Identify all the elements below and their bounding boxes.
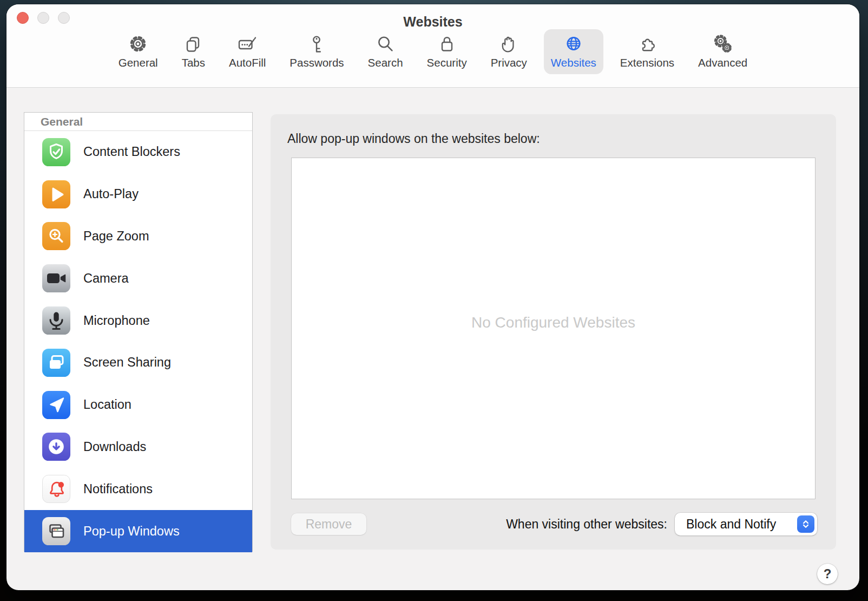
lock-icon <box>436 34 458 55</box>
chevron-up-down-icon <box>797 515 814 533</box>
sidebar-item-camera[interactable]: Camera <box>24 257 252 299</box>
toolbar-tab-advanced[interactable]: Advanced <box>691 29 754 74</box>
toolbar-tabs: General Tabs AutoFill Passwords Search S… <box>6 29 859 74</box>
sidebar-item-auto-play[interactable]: Auto-Play <box>24 173 252 215</box>
microphone-icon <box>42 306 70 335</box>
toolbar-tab-label: Search <box>368 56 403 69</box>
shield-check-icon <box>42 138 70 166</box>
sidebar-item-pop-up-windows[interactable]: Pop-up Windows <box>24 510 252 552</box>
puzzle-icon <box>636 34 658 55</box>
toolbar-tab-label: Extensions <box>620 56 674 69</box>
toolbar-tab-extensions[interactable]: Extensions <box>613 29 681 74</box>
sidebar-item-label: Microphone <box>83 313 150 328</box>
toolbar-tab-search[interactable]: Search <box>361 29 410 74</box>
main-panel: Allow pop-up windows on the websites bel… <box>271 114 836 550</box>
hand-icon <box>498 34 520 55</box>
search-icon <box>374 34 396 55</box>
sidebar-item-content-blockers[interactable]: Content Blockers <box>24 131 252 173</box>
toolbar-tab-label: General <box>119 56 158 69</box>
sidebar-list: Content BlockersAuto-Play Page Zoom Came… <box>24 131 252 552</box>
toolbar-tab-tabs[interactable]: Tabs <box>175 29 212 74</box>
toolbar-tab-general[interactable]: General <box>111 29 165 74</box>
tabs-icon <box>182 34 204 55</box>
panel-heading: Allow pop-up windows on the websites bel… <box>287 132 540 146</box>
toolbar-tab-websites[interactable]: Websites <box>544 29 603 74</box>
sidebar-item-label: Downloads <box>83 440 146 454</box>
toolbar-tab-privacy[interactable]: Privacy <box>484 29 534 74</box>
sidebar-item-location[interactable]: Location <box>24 384 252 426</box>
sidebar-item-label: Content Blockers <box>83 145 180 159</box>
play-icon <box>42 180 70 208</box>
download-circle-icon <box>42 433 70 461</box>
toolbar-tab-label: Passwords <box>290 56 344 69</box>
gears-icon <box>712 34 734 55</box>
toolbar-tab-label: Tabs <box>182 56 205 69</box>
sidebar-item-downloads[interactable]: Downloads <box>24 426 252 468</box>
location-arrow-icon <box>42 391 70 419</box>
titlebar-toolbar: Websites General Tabs AutoFill Passwords… <box>6 4 859 88</box>
sidebar: General Content BlockersAuto-Play Page Z… <box>24 112 253 552</box>
sidebar-item-page-zoom[interactable]: Page Zoom <box>24 215 252 258</box>
sidebar-item-screen-sharing[interactable]: Screen Sharing <box>24 342 252 384</box>
toolbar-tab-label: Security <box>427 56 467 69</box>
autofill-icon <box>236 34 258 55</box>
sidebar-item-label: Pop-up Windows <box>83 524 180 539</box>
toolbar-tab-label: Privacy <box>491 56 527 69</box>
sidebar-item-label: Page Zoom <box>83 229 149 244</box>
toolbar-tab-autofill[interactable]: AutoFill <box>222 29 273 74</box>
camera-icon <box>42 264 70 292</box>
sidebar-item-microphone[interactable]: Microphone <box>24 299 252 342</box>
key-icon <box>306 34 327 55</box>
screen-sharing-icon <box>42 349 70 377</box>
empty-list-placeholder: No Configured Websites <box>471 314 635 331</box>
dropdown-selected-value: Block and Notify <box>686 517 776 532</box>
other-websites-policy-dropdown[interactable]: Block and Notify <box>675 513 817 535</box>
window-title: Websites <box>6 14 859 30</box>
sidebar-item-label: Camera <box>83 271 129 286</box>
magnifier-plus-icon <box>42 222 70 250</box>
sidebar-header: General <box>24 113 252 131</box>
safari-preferences-window: Websites General Tabs AutoFill Passwords… <box>6 4 859 590</box>
configured-websites-list[interactable]: No Configured Websites <box>291 158 816 499</box>
help-button[interactable]: ? <box>817 564 838 584</box>
toolbar-tab-security[interactable]: Security <box>420 29 474 74</box>
toolbar-tab-label: Advanced <box>698 56 747 69</box>
when-visiting-label: When visiting other websites: <box>506 513 667 535</box>
remove-button[interactable]: Remove <box>291 513 366 535</box>
sidebar-item-label: Location <box>83 397 131 412</box>
sidebar-item-label: Auto-Play <box>83 187 139 201</box>
bell-badge-icon <box>42 475 70 503</box>
toolbar-tab-label: Websites <box>551 56 596 69</box>
popup-windows-icon <box>42 517 70 545</box>
sidebar-item-notifications[interactable]: Notifications <box>24 468 252 510</box>
toolbar-tab-passwords[interactable]: Passwords <box>282 29 351 74</box>
sidebar-item-label: Notifications <box>83 482 153 497</box>
gear-icon <box>127 34 149 55</box>
sidebar-item-label: Screen Sharing <box>83 355 171 370</box>
toolbar-tab-label: AutoFill <box>229 56 266 69</box>
globe-icon <box>563 34 584 55</box>
